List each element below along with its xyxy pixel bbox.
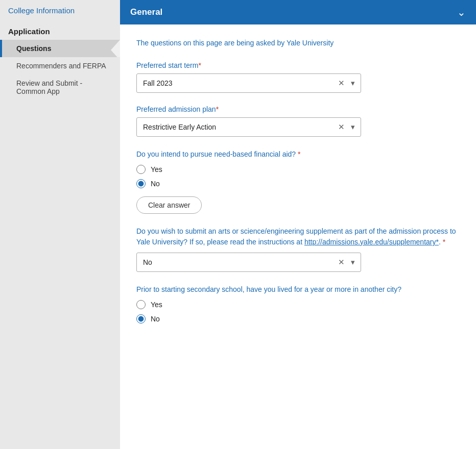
supplement-value: No — [143, 258, 325, 266]
preferred-start-term-label: Preferred start term* — [136, 61, 460, 69]
secondary-school-yes-option[interactable]: Yes — [136, 300, 460, 309]
financial-aid-radio-group: Yes No — [136, 165, 460, 188]
financial-aid-yes-radio[interactable] — [136, 165, 146, 174]
preferred-admission-plan-group: Preferred admission plan* Restrictive Ea… — [136, 105, 460, 137]
preferred-start-term-dropdown-button[interactable]: ▾ — [350, 79, 356, 88]
supplement-link[interactable]: http://admissions.yale.edu/supplementary… — [304, 238, 439, 246]
financial-aid-no-radio[interactable] — [136, 179, 146, 188]
supplement-group: Do you wish to submit an arts or science… — [136, 226, 460, 272]
sidebar-item-recommenders-label: Recommenders and FERPA — [16, 62, 106, 70]
secondary-school-no-option[interactable]: No — [136, 314, 460, 323]
financial-aid-question: Do you intend to pursue need-based finan… — [136, 149, 460, 160]
financial-aid-group: Do you intend to pursue need-based finan… — [136, 149, 460, 214]
supplement-select[interactable]: No ✕ ▾ — [136, 253, 361, 272]
secondary-school-yes-radio[interactable] — [136, 300, 146, 309]
secondary-school-no-radio[interactable] — [136, 314, 146, 323]
preferred-admission-plan-label: Preferred admission plan* — [136, 105, 460, 113]
main-content: General ⌄ The questions on this page are… — [120, 0, 476, 449]
secondary-school-group: Prior to starting secondary school, have… — [136, 284, 460, 323]
preferred-admission-plan-dropdown-button[interactable]: ▾ — [350, 122, 356, 132]
sidebar-item-questions[interactable]: Questions — [0, 40, 120, 57]
preferred-admission-plan-select-wrapper: Restrictive Early Action ✕ ▾ — [136, 117, 361, 137]
preferred-start-term-select-wrapper: Fall 2023 ✕ ▾ — [136, 73, 361, 93]
sidebar-college-info[interactable]: College Information — [0, 0, 120, 21]
secondary-school-no-label: No — [151, 315, 160, 323]
secondary-school-radio-group: Yes No — [136, 300, 460, 323]
sidebar-item-review-label: Review and Submit - Common App — [16, 79, 112, 95]
secondary-school-yes-label: Yes — [151, 301, 162, 309]
preferred-start-term-actions: ✕ ▾ — [337, 79, 356, 88]
preferred-start-term-value: Fall 2023 — [143, 79, 325, 87]
supplement-dropdown-button[interactable]: ▾ — [350, 258, 356, 267]
sidebar-item-questions-label: Questions — [16, 44, 51, 53]
financial-aid-yes-label: Yes — [151, 165, 162, 173]
content-area: The questions on this page are being ask… — [120, 24, 476, 350]
sidebar-item-recommenders[interactable]: Recommenders and FERPA — [0, 57, 120, 74]
header-bar: General ⌄ — [120, 0, 476, 24]
header-title: General — [130, 7, 162, 17]
financial-aid-no-label: No — [151, 180, 160, 188]
supplement-question-text: Do you wish to submit an arts or science… — [136, 226, 460, 247]
secondary-school-question: Prior to starting secondary school, have… — [136, 284, 460, 295]
preferred-start-term-select[interactable]: Fall 2023 ✕ ▾ — [136, 73, 361, 93]
intro-text: The questions on this page are being ask… — [136, 39, 460, 47]
financial-aid-yes-option[interactable]: Yes — [136, 165, 460, 174]
sidebar-item-review[interactable]: Review and Submit - Common App — [0, 74, 120, 100]
preferred-admission-plan-value: Restrictive Early Action — [143, 123, 325, 131]
supplement-select-wrapper: No ✕ ▾ — [136, 253, 361, 272]
preferred-start-term-group: Preferred start term* Fall 2023 ✕ ▾ — [136, 61, 460, 93]
preferred-admission-plan-clear-button[interactable]: ✕ — [337, 122, 346, 132]
preferred-admission-plan-actions: ✕ ▾ — [337, 122, 356, 132]
supplement-clear-button[interactable]: ✕ — [337, 258, 346, 267]
preferred-start-term-clear-button[interactable]: ✕ — [337, 79, 346, 88]
financial-aid-clear-button[interactable]: Clear answer — [136, 196, 202, 214]
sidebar-application-header: Application — [0, 21, 120, 40]
header-chevron-icon[interactable]: ⌄ — [457, 6, 466, 18]
sidebar: College Information Application Question… — [0, 0, 120, 449]
preferred-admission-plan-select[interactable]: Restrictive Early Action ✕ ▾ — [136, 117, 361, 137]
supplement-actions: ✕ ▾ — [337, 258, 356, 267]
financial-aid-no-option[interactable]: No — [136, 179, 460, 188]
